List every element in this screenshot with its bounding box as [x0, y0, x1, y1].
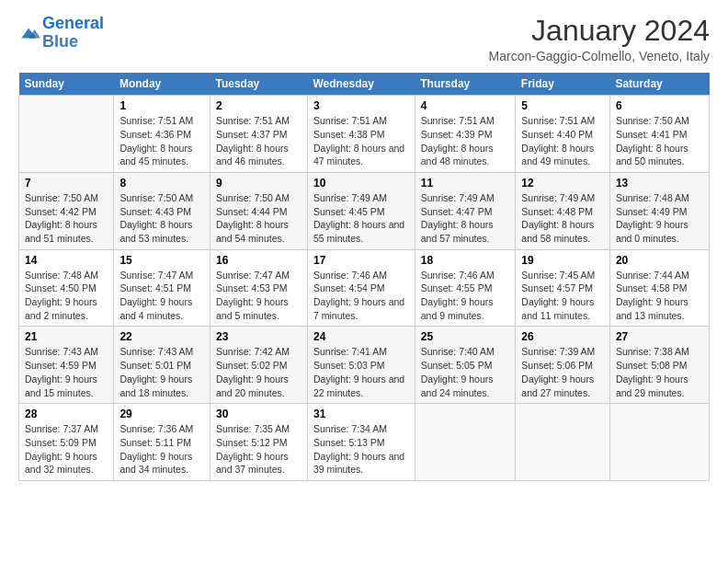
- day-number: 7: [25, 177, 108, 190]
- sunrise-text: Sunrise: 7:37 AM: [25, 422, 108, 436]
- logo-line2: Blue: [42, 32, 78, 51]
- header: General Blue January 2024 Marcon-Gaggio-…: [18, 15, 710, 63]
- sunrise-text: Sunrise: 7:47 AM: [119, 269, 204, 282]
- day-info: Sunrise: 7:40 AMSunset: 5:05 PMDaylight:…: [421, 345, 510, 399]
- sunset-text: Sunset: 4:50 PM: [25, 282, 108, 295]
- day-info: Sunrise: 7:42 AMSunset: 5:02 PMDaylight:…: [216, 345, 301, 399]
- daylight-text: Daylight: 8 hours and 50 minutes.: [616, 142, 703, 168]
- day-info: Sunrise: 7:41 AMSunset: 5:03 PMDaylight:…: [313, 345, 409, 399]
- sunset-text: Sunset: 4:54 PM: [313, 282, 409, 295]
- col-header-monday: Monday: [114, 73, 210, 96]
- sunrise-text: Sunrise: 7:43 AM: [25, 345, 108, 359]
- daylight-text: Daylight: 9 hours and 18 minutes.: [119, 373, 204, 399]
- sunset-text: Sunset: 4:39 PM: [421, 128, 510, 142]
- sunrise-text: Sunrise: 7:50 AM: [119, 191, 204, 205]
- sunset-text: Sunset: 4:58 PM: [616, 282, 703, 295]
- sunset-text: Sunset: 4:55 PM: [421, 282, 510, 295]
- day-info: Sunrise: 7:48 AMSunset: 4:49 PMDaylight:…: [616, 191, 703, 246]
- sunset-text: Sunset: 5:11 PM: [119, 436, 204, 450]
- sunrise-text: Sunrise: 7:40 AM: [421, 345, 510, 359]
- sunrise-text: Sunrise: 7:45 AM: [521, 269, 604, 282]
- col-header-tuesday: Tuesday: [210, 73, 307, 96]
- daylight-text: Daylight: 8 hours and 53 minutes.: [119, 218, 204, 245]
- sunrise-text: Sunrise: 7:46 AM: [313, 269, 409, 282]
- sunrise-text: Sunrise: 7:36 AM: [119, 422, 204, 436]
- sunset-text: Sunset: 5:06 PM: [521, 359, 604, 373]
- sunrise-text: Sunrise: 7:41 AM: [313, 345, 409, 359]
- daylight-text: Daylight: 8 hours and 51 minutes.: [25, 218, 108, 245]
- sunset-text: Sunset: 4:44 PM: [216, 205, 301, 219]
- sunset-text: Sunset: 4:53 PM: [216, 282, 301, 295]
- day-number: 6: [616, 99, 703, 112]
- sunset-text: Sunset: 5:12 PM: [216, 436, 301, 450]
- day-info: Sunrise: 7:51 AMSunset: 4:40 PMDaylight:…: [521, 114, 604, 168]
- sunset-text: Sunset: 4:40 PM: [521, 128, 604, 142]
- sunset-text: Sunset: 4:38 PM: [313, 128, 409, 142]
- sunset-text: Sunset: 4:41 PM: [616, 128, 703, 142]
- sunset-text: Sunset: 4:49 PM: [616, 205, 703, 219]
- daylight-text: Daylight: 9 hours and 15 minutes.: [25, 373, 108, 399]
- daylight-text: Daylight: 9 hours and 20 minutes.: [216, 373, 301, 399]
- col-header-friday: Friday: [516, 73, 610, 96]
- day-number: 29: [119, 408, 204, 420]
- day-number: 23: [216, 330, 301, 343]
- sunrise-text: Sunrise: 7:44 AM: [616, 269, 703, 282]
- daylight-text: Daylight: 9 hours and 32 minutes.: [25, 450, 108, 477]
- daylight-text: Daylight: 9 hours and 2 minutes.: [25, 295, 108, 322]
- day-info: Sunrise: 7:46 AMSunset: 4:54 PMDaylight:…: [313, 269, 409, 323]
- day-cell: 28Sunrise: 7:37 AMSunset: 5:09 PMDayligh…: [19, 404, 114, 481]
- daylight-text: Daylight: 8 hours and 47 minutes.: [313, 142, 409, 168]
- day-cell: 26Sunrise: 7:39 AMSunset: 5:06 PMDayligh…: [516, 327, 610, 404]
- week-row-3: 14Sunrise: 7:48 AMSunset: 4:50 PMDayligh…: [19, 249, 710, 327]
- daylight-text: Daylight: 8 hours and 54 minutes.: [216, 218, 301, 245]
- sunrise-text: Sunrise: 7:38 AM: [616, 345, 703, 359]
- col-header-saturday: Saturday: [609, 73, 709, 96]
- day-number: 24: [313, 330, 409, 343]
- week-row-4: 21Sunrise: 7:43 AMSunset: 4:59 PMDayligh…: [19, 327, 710, 404]
- sunset-text: Sunset: 5:03 PM: [313, 359, 409, 373]
- day-cell: 1Sunrise: 7:51 AMSunset: 4:36 PMDaylight…: [114, 96, 210, 173]
- day-info: Sunrise: 7:50 AMSunset: 4:44 PMDaylight:…: [216, 191, 301, 246]
- day-cell: 19Sunrise: 7:45 AMSunset: 4:57 PMDayligh…: [516, 249, 610, 327]
- day-number: 16: [216, 254, 301, 267]
- subtitle: Marcon-Gaggio-Colmello, Veneto, Italy: [489, 49, 710, 63]
- sunset-text: Sunset: 4:43 PM: [119, 205, 204, 219]
- daylight-text: Daylight: 8 hours and 55 minutes.: [313, 218, 409, 245]
- sunset-text: Sunset: 4:37 PM: [216, 128, 301, 142]
- daylight-text: Daylight: 9 hours and 7 minutes.: [313, 295, 409, 322]
- day-cell: 16Sunrise: 7:47 AMSunset: 4:53 PMDayligh…: [210, 249, 307, 327]
- sunrise-text: Sunrise: 7:51 AM: [421, 114, 510, 128]
- sunrise-text: Sunrise: 7:42 AM: [216, 345, 301, 359]
- sunset-text: Sunset: 4:59 PM: [25, 359, 108, 373]
- day-info: Sunrise: 7:50 AMSunset: 4:42 PMDaylight:…: [25, 191, 108, 246]
- day-number: 30: [216, 408, 301, 420]
- day-cell: [19, 96, 114, 173]
- day-info: Sunrise: 7:49 AMSunset: 4:45 PMDaylight:…: [313, 191, 409, 246]
- col-header-thursday: Thursday: [415, 73, 516, 96]
- day-info: Sunrise: 7:35 AMSunset: 5:12 PMDaylight:…: [216, 422, 301, 477]
- logo-icon: [18, 22, 40, 44]
- day-cell: 20Sunrise: 7:44 AMSunset: 4:58 PMDayligh…: [609, 249, 709, 327]
- day-info: Sunrise: 7:47 AMSunset: 4:53 PMDaylight:…: [216, 269, 301, 323]
- day-number: 10: [313, 177, 409, 190]
- day-number: 14: [25, 254, 108, 267]
- day-cell: 8Sunrise: 7:50 AMSunset: 4:43 PMDaylight…: [114, 172, 210, 249]
- sunrise-text: Sunrise: 7:51 AM: [313, 114, 409, 128]
- daylight-text: Daylight: 9 hours and 27 minutes.: [521, 373, 604, 399]
- page: General Blue January 2024 Marcon-Gaggio-…: [0, 0, 728, 563]
- sunrise-text: Sunrise: 7:39 AM: [521, 345, 604, 359]
- sunset-text: Sunset: 5:01 PM: [119, 359, 204, 373]
- day-number: 3: [313, 99, 409, 112]
- day-number: 26: [521, 330, 604, 343]
- sunset-text: Sunset: 4:42 PM: [25, 205, 108, 219]
- sunrise-text: Sunrise: 7:34 AM: [313, 422, 409, 436]
- day-number: 12: [521, 177, 604, 190]
- day-cell: 30Sunrise: 7:35 AMSunset: 5:12 PMDayligh…: [210, 404, 307, 481]
- sunrise-text: Sunrise: 7:50 AM: [216, 191, 301, 205]
- day-info: Sunrise: 7:47 AMSunset: 4:51 PMDaylight:…: [119, 269, 204, 323]
- sunrise-text: Sunrise: 7:50 AM: [616, 114, 703, 128]
- daylight-text: Daylight: 9 hours and 39 minutes.: [313, 450, 409, 477]
- sunset-text: Sunset: 5:02 PM: [216, 359, 301, 373]
- sunset-text: Sunset: 5:13 PM: [313, 436, 409, 450]
- day-cell: [609, 404, 709, 481]
